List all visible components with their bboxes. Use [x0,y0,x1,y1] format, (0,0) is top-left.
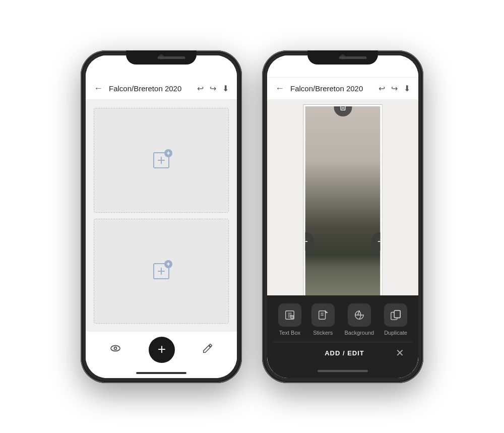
page-card-1[interactable]: + [94,108,229,213]
textbox-label: Text Box [279,330,300,336]
nav-bar-right: ← Falcon/Brereton 2020 ↩ ↪ ⬇ [267,78,418,100]
add-icon-1: + [153,152,169,168]
redo-button-right[interactable]: ↪ [391,84,398,93]
home-indicator-left [86,368,237,378]
close-button[interactable]: ✕ [396,347,404,359]
background-label: Background [345,330,374,336]
add-edit-label: ADD / EDIT [293,349,396,357]
plus-badge-1: + [164,149,172,157]
home-indicator-right [273,364,412,378]
background-icon-box [348,303,371,327]
textbox-icon-box [278,303,301,327]
svg-point-1 [114,347,117,349]
textbox-tool[interactable]: Text Box [278,303,301,336]
add-icon-2: + [153,263,169,279]
right-screen: ← Falcon/Brereton 2020 ↩ ↪ ⬇ [267,55,418,378]
pages-content: + + [86,100,237,332]
home-bar-right [318,370,368,372]
stickers-tool[interactable]: Stickers [311,303,335,336]
stickers-icon-box [311,303,335,327]
home-bar-left [136,372,186,374]
speaker-right [339,56,367,59]
left-phone: ← Falcon/Brereton 2020 ↩ ↪ ⬇ + + [81,50,242,383]
left-screen: ← Falcon/Brereton 2020 ↩ ↪ ⬇ + + [86,55,237,378]
speaker [158,56,185,59]
nav-title-right: Falcon/Brereton 2020 [290,84,372,93]
add-icon-label: + [158,342,166,356]
undo-button-right[interactable]: ↩ [379,84,385,93]
nav-bar-left: ← Falcon/Brereton 2020 ↩ ↪ ⬇ [86,78,237,100]
duplicate-label: Duplicate [384,330,407,336]
nav-title-left: Falcon/Brereton 2020 [109,84,191,93]
background-icon [354,310,365,321]
svg-rect-17 [394,310,400,318]
bottom-toolbar-left: + [86,332,237,368]
redo-button-left[interactable]: ↪ [210,84,216,93]
undo-button-left[interactable]: ↩ [197,84,204,93]
bottom-panel: Text Box Stickers [267,295,418,378]
add-edit-bar: ADD / EDIT ✕ [273,342,412,364]
duplicate-icon [390,310,401,321]
page-card-2[interactable]: + [94,219,229,324]
download-button-right[interactable]: ⬇ [404,84,410,93]
duplicate-icon-box [384,303,407,327]
stickers-icon [318,310,329,321]
svg-point-0 [111,345,120,351]
add-button[interactable]: + [149,337,175,363]
background-tool[interactable]: Background [345,303,374,336]
right-phone: ← Falcon/Brereton 2020 ↩ ↪ ⬇ [262,50,423,383]
duplicate-tool[interactable]: Duplicate [384,303,407,336]
pencil-button[interactable] [202,343,213,356]
plus-badge-2: + [164,260,172,268]
tool-row: Text Box Stickers [273,303,412,340]
download-button-left[interactable]: ⬇ [222,84,229,93]
back-button-left[interactable]: ← [94,83,103,94]
stickers-label: Stickers [313,330,333,336]
back-button-right[interactable]: ← [275,83,284,94]
eye-button[interactable] [109,342,121,357]
textbox-icon [284,310,295,321]
